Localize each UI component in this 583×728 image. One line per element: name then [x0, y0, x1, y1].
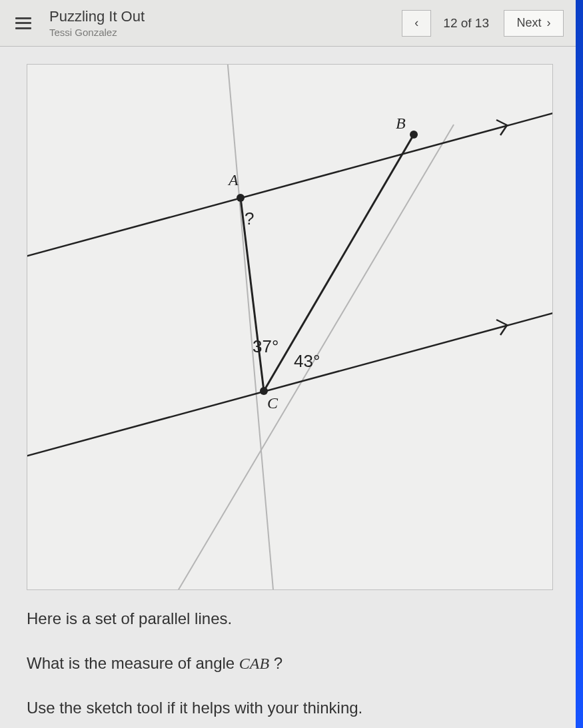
page-counter: 12 of 13 [443, 16, 489, 31]
prompt-suffix: ? [269, 654, 283, 672]
prompt-angle-name: CAB [239, 655, 269, 672]
title-block: Puzzling It Out Tessi Gonzalez [47, 8, 145, 38]
geometry-figure[interactable]: A B C ? 37° 43° [27, 64, 553, 590]
lesson-title: Puzzling It Out [49, 8, 145, 25]
svg-point-11 [410, 131, 418, 139]
student-name: Tessi Gonzalez [49, 27, 145, 38]
prompt-prefix: What is the measure of angle [27, 654, 239, 672]
chevron-right-icon: › [547, 16, 551, 30]
content-area: A B C ? 37° 43° Here is a set of paralle… [0, 47, 576, 728]
prompt-line-1: Here is a set of parallel lines. [27, 607, 556, 631]
svg-line-6 [496, 320, 507, 325]
hamburger-icon [15, 17, 31, 29]
svg-line-8 [241, 198, 264, 391]
chevron-left-icon: ‹ [414, 16, 418, 30]
right-edge-strip [576, 0, 583, 728]
svg-line-9 [264, 135, 414, 391]
prompt-line-2: What is the measure of angle CAB ? [27, 652, 556, 675]
svg-line-3 [496, 120, 507, 125]
svg-line-0 [227, 65, 274, 590]
prompt-line-3: Use the sketch tool if it helps with you… [27, 697, 556, 720]
menu-button[interactable] [0, 0, 47, 47]
figure-svg [27, 65, 553, 590]
next-label: Next [516, 16, 541, 30]
prev-button[interactable]: ‹ [402, 10, 431, 37]
svg-line-2 [27, 111, 553, 258]
svg-line-1 [174, 125, 454, 590]
next-button[interactable]: Next › [504, 10, 564, 37]
question-prompt: Here is a set of parallel lines. What is… [27, 607, 556, 719]
svg-line-5 [27, 311, 553, 458]
svg-point-10 [237, 194, 245, 202]
svg-point-12 [260, 387, 268, 395]
app-header: Puzzling It Out Tessi Gonzalez ‹ 12 of 1… [0, 0, 576, 47]
